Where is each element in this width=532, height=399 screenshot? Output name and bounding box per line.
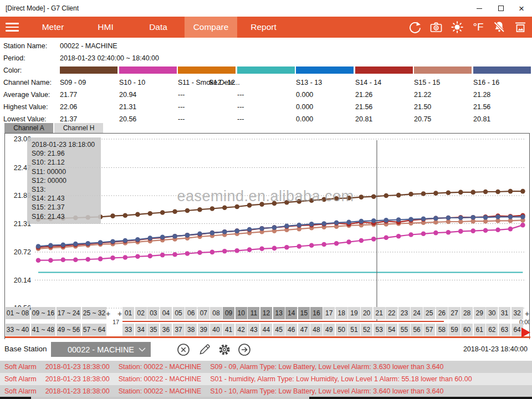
channel-button-42[interactable]: 42 [236,324,247,336]
go-arrow-icon[interactable] [237,342,252,357]
alarm-mute-bell-icon[interactable] [491,19,508,35]
channel-button-61[interactable]: 61 [474,324,485,336]
channel-button-55[interactable]: 55 [398,324,410,336]
next-page-arrow-icon[interactable] [521,328,531,340]
channel-button-51[interactable]: 51 [348,324,360,336]
channel-button-57[interactable]: 57 [423,324,435,336]
edit-pencil-icon[interactable] [197,342,212,357]
channel-button-30[interactable]: 30 [486,307,498,319]
tab-channel-a[interactable]: Channel A [4,123,53,133]
menu-item-report[interactable]: Report [237,17,290,38]
channel-button-32[interactable]: 32 [511,307,523,319]
channel-button-13[interactable]: 13 [273,307,285,319]
channel-button-28[interactable]: 28 [461,307,473,319]
channel-button-27[interactable]: 27 [448,307,460,319]
channel-group-button-01-08[interactable]: 01 ~ 08 [6,307,30,319]
channel-button-25[interactable]: 25 [423,307,435,319]
channel-button-01[interactable]: 01 [122,307,134,319]
channel-button-58[interactable]: 58 [436,324,448,336]
channel-button-07[interactable]: 07 [198,307,209,319]
settings-gear-icon[interactable] [217,342,232,357]
channel-button-29[interactable]: 29 [474,307,485,319]
channel-button-26[interactable]: 26 [436,307,448,319]
channel-button-04[interactable]: 04 [160,307,172,319]
channel-button-18[interactable]: 18 [336,307,347,319]
channel-button-59[interactable]: 59 [448,324,460,336]
channel-button-23[interactable]: 23 [398,307,410,319]
chart-panel[interactable]: 23.0622.4721.8921.3120.7220.1419.56++17+… [4,133,530,339]
channel-button-41[interactable]: 41 [223,324,234,336]
menu-item-meter[interactable]: Meter [27,17,79,38]
channel-button-54[interactable]: 54 [386,324,397,336]
channel-button-49[interactable]: 49 [323,324,335,336]
channel-group-button-33-40[interactable]: 33 ~ 40 [6,324,30,336]
channel-button-60[interactable]: 60 [461,324,473,336]
menu-item-data[interactable]: Data [132,17,185,38]
channel-button-17[interactable]: 17 [323,307,335,319]
channel-button-63[interactable]: 63 [499,324,510,336]
alarm-list-item[interactable]: Soft Alarm2018-01-23 18:38:00Station: 00… [0,373,532,385]
channel-button-06[interactable]: 06 [185,307,197,319]
channel-button-22[interactable]: 22 [386,307,397,319]
channel-button-52[interactable]: 52 [361,324,372,336]
channel-button-12[interactable]: 12 [260,307,272,319]
channel-button-08[interactable]: 08 [210,307,222,319]
channel-button-48[interactable]: 48 [310,324,322,336]
channel-button-31[interactable]: 31 [499,307,510,319]
channel-button-21[interactable]: 21 [374,307,385,319]
channel-button-02[interactable]: 02 [135,307,147,319]
channel-button-15[interactable]: 15 [298,307,310,319]
channel-button-33[interactable]: 33 [122,324,134,336]
channel-button-38[interactable]: 38 [185,324,197,336]
menu-item-compare[interactable]: Compare [185,17,237,38]
channel-button-09[interactable]: 09 [223,307,234,319]
channel-group-button-25-32[interactable]: 25 ~ 32 [82,307,106,319]
tab-channel-h[interactable]: Channel H [54,123,103,133]
data-point [508,189,513,194]
channel-button-34[interactable]: 34 [135,324,147,336]
export-image-icon[interactable] [512,19,529,35]
channel-button-24[interactable]: 24 [411,307,422,319]
channel-button-56[interactable]: 56 [411,324,422,336]
channel-button-05[interactable]: 05 [173,307,185,319]
channel-button-39[interactable]: 39 [198,324,209,336]
channel-group-button-09-16[interactable]: 09 ~ 16 [31,307,55,319]
temperature-unit-icon[interactable]: °F [470,19,487,35]
brightness-sun-icon[interactable] [449,19,466,35]
hamburger-menu-icon[interactable] [0,17,27,38]
channel-group-button-57-64[interactable]: 57 ~ 64 [82,324,106,336]
channel-button-62[interactable]: 62 [486,324,498,336]
channel-button-47[interactable]: 47 [298,324,310,336]
channel-button-53[interactable]: 53 [374,324,385,336]
channel-button-46[interactable]: 46 [285,324,297,336]
channel-button-19[interactable]: 19 [348,307,360,319]
axis-fragment: 17 [112,319,119,325]
channel-button-16[interactable]: 16 [310,307,322,319]
restore-button[interactable] [490,0,511,17]
channel-group-button-49-56[interactable]: 49 ~ 56 [57,324,81,336]
channel-button-44[interactable]: 44 [260,324,272,336]
channel-button-45[interactable]: 45 [273,324,285,336]
channel-button-20[interactable]: 20 [361,307,372,319]
channel-button-50[interactable]: 50 [336,324,347,336]
base-station-dropdown[interactable]: 00022 - MACHINE [51,342,151,357]
channel-group-button-41-48[interactable]: 41 ~ 48 [31,324,55,336]
close-button[interactable]: × [511,0,532,17]
clear-icon[interactable] [176,342,191,357]
minimize-button[interactable] [469,0,490,17]
channel-button-37[interactable]: 37 [173,324,185,336]
menu-item-hmi[interactable]: HMI [79,17,132,38]
channel-group-button-17-24[interactable]: 17 ~ 24 [57,307,81,319]
channel-button-03[interactable]: 03 [147,307,159,319]
channel-button-10[interactable]: 10 [236,307,247,319]
channel-button-43[interactable]: 43 [248,324,259,336]
channel-button-14[interactable]: 14 [285,307,297,319]
channel-button-36[interactable]: 36 [160,324,172,336]
alarm-list-item[interactable]: Soft Alarm2018-01-23 18:38:00Station: 00… [0,361,532,373]
channel-button-40[interactable]: 40 [210,324,222,336]
camera-icon[interactable] [428,19,444,35]
sync-icon[interactable] [407,19,423,35]
alarm-list-item[interactable]: Soft Alarm2018-01-23 18:38:00Station: 00… [0,385,532,397]
channel-button-11[interactable]: 11 [248,307,259,319]
channel-button-35[interactable]: 35 [147,324,159,336]
